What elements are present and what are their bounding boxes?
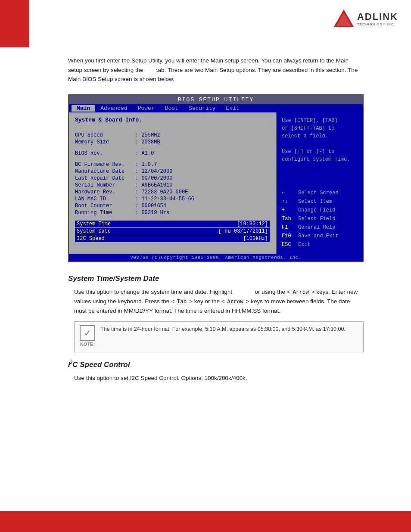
bios-i2c-speed-row[interactable]: I2C Speed [100kHz] — [75, 235, 270, 242]
bios-serial-number: Serial Number : A9B6EA1010 — [75, 182, 270, 188]
system-time-body: Use this option to change the system tim… — [74, 287, 364, 352]
bios-help-panel: Use [ENTER], [TAB] or [SHIFT-TAB] to sel… — [277, 112, 363, 254]
bios-system-time-row[interactable]: System Time [19:30:12] — [75, 221, 270, 227]
bios-info-title: System & Board Info. — [75, 117, 270, 125]
logo-area: ADLINK TECHNOLOGY INC. — [333, 8, 398, 29]
bios-lan-mac: LAN MAC ID : 11-22-33-44-55-66 — [75, 196, 270, 202]
note-box: NOTE: The time is in 24-hour format. For… — [74, 321, 364, 352]
i2c-heading: I2C Speed Control — [68, 360, 364, 369]
bios-cpu-speed: CPU Speed : 255MHz — [75, 132, 270, 138]
brand-name: ADLINK — [357, 11, 398, 22]
bios-bios-rev: BIOS Rev. : A1.0 — [75, 150, 270, 156]
bios-screenshot: BIOS SETUP UTILITY Main Advanced Power B… — [68, 94, 364, 262]
bios-body: System & Board Info. CPU Speed : 255MHz … — [69, 112, 363, 254]
bios-key-select-item: ↑↓ Select Item — [282, 198, 358, 205]
bios-key-change-field: +- Change Field — [282, 206, 358, 214]
note-icon-wrapper: NOTE: — [80, 325, 95, 348]
bios-key-save-exit: F10 Save and Exit — [282, 232, 358, 240]
bios-footer: v02.60 (C)Copyright 1985-2009, American … — [69, 254, 363, 261]
note-checkmark-icon — [80, 325, 95, 341]
adlink-logo-icon — [333, 8, 355, 29]
bios-menu-power[interactable]: Power — [133, 105, 160, 112]
bios-running-time: Running Time : 00319 Hrs — [75, 210, 270, 216]
bios-key-esc: ESC Exit — [282, 241, 358, 249]
bios-last-repair: Last Repair Date : 00/00/2000 — [75, 175, 270, 181]
main-content: When you first enter the Setup Utility, … — [29, 56, 402, 390]
bios-boot-counter: Boot Counter : 00001654 — [75, 203, 270, 209]
bios-title: BIOS SETUP UTILITY — [69, 95, 363, 104]
bios-hardware-rev: Hardware Rev. : 72283-0A20-000E — [75, 189, 270, 195]
bios-key-select-screen: ← Select Screen — [282, 189, 358, 197]
bios-memory-size: Memory Size : 2038MB — [75, 139, 270, 145]
bios-menubar: Main Advanced Power Boot Security Exit — [69, 104, 363, 112]
bios-menu-main[interactable]: Main — [72, 105, 95, 112]
bios-menu-boot[interactable]: Boot — [160, 105, 184, 112]
bios-menu-advanced[interactable]: Advanced — [95, 105, 132, 112]
bios-system-date-row[interactable]: System Date [Thu 03/17/2011] — [75, 228, 270, 235]
bios-key-select-field: Tab Select Field — [282, 215, 358, 223]
bios-bc-firmware: BC Firmware Rev. : 1.0.7 — [75, 162, 270, 168]
bios-key-legend: ← Select Screen ↑↓ Select Item +- Change… — [282, 189, 358, 249]
system-time-heading: System Time/System Date — [68, 274, 364, 283]
note-content: The time is in 24-hour format. For examp… — [100, 325, 346, 333]
bios-key-general-help: F1 General Help — [282, 224, 358, 231]
brand-tagline: TECHNOLOGY INC. — [357, 22, 398, 26]
bios-main-panel: System & Board Info. CPU Speed : 255MHz … — [69, 112, 277, 254]
bios-menu-security[interactable]: Security — [184, 105, 221, 112]
intro-paragraph: When you first enter the Setup Utility, … — [68, 56, 364, 84]
bottom-accent-bar — [0, 511, 411, 532]
bios-menu-exit[interactable]: Exit — [221, 105, 244, 112]
bios-help-text: Use [ENTER], [TAB] or [SHIFT-TAB] to sel… — [282, 117, 358, 163]
i2c-body: Use this option to set I2C Speed Control… — [74, 373, 364, 383]
bios-manufacture-date: Manufacture Date : 12/04/2009 — [75, 168, 270, 174]
left-accent-bar — [0, 0, 29, 47]
